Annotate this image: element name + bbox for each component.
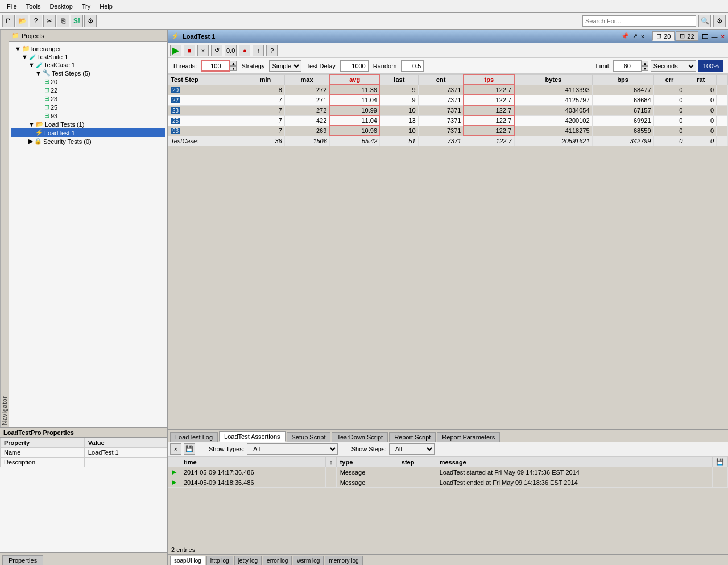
limit-up[interactable]: ▲ xyxy=(642,61,648,66)
tree-label: Load Tests (1) xyxy=(45,121,85,128)
bottom-tab-soapui[interactable]: soapUI log xyxy=(170,556,205,565)
log-col-sort[interactable]: ↕ xyxy=(326,457,337,467)
menu-help[interactable]: Help xyxy=(95,2,117,11)
limit-unit-select[interactable]: Seconds Minutes Hours xyxy=(651,60,696,72)
prop-name-value[interactable]: LoadTest 1 xyxy=(84,448,167,458)
menu-tools[interactable]: Tools xyxy=(22,2,46,11)
search-input[interactable] xyxy=(582,15,696,27)
log-clear[interactable]: × xyxy=(170,443,181,455)
delay-input[interactable] xyxy=(340,60,369,72)
cell-bytes: 4034054 xyxy=(514,105,592,115)
refresh-button[interactable]: ↺ xyxy=(211,45,222,56)
search-options[interactable]: ⚙ xyxy=(713,15,726,27)
window-tab-22[interactable]: ⊞ 22 xyxy=(676,31,698,41)
cell-cnt: 7371 xyxy=(418,126,464,136)
close-icon[interactable]: × xyxy=(641,33,644,40)
prop-desc-value[interactable] xyxy=(84,458,167,467)
tree-step93[interactable]: ⊞ 93 xyxy=(11,111,165,120)
log-tab-log[interactable]: LoadTest Log xyxy=(170,432,218,442)
log-col-save[interactable]: 💾 xyxy=(713,457,728,467)
bottom-tab-memory[interactable]: memory log xyxy=(325,556,362,565)
threads-input[interactable] xyxy=(201,60,230,72)
random-input[interactable] xyxy=(401,60,424,72)
table-row: 20 8 272 11.36 9 7371 122.7 4113393 6847… xyxy=(168,85,728,95)
threads-up[interactable]: ▲ xyxy=(230,61,237,66)
log-extra xyxy=(713,467,728,477)
tree-testcase1[interactable]: ▼ 🧪 TestCase 1 xyxy=(11,61,165,69)
threads-down[interactable]: ▼ xyxy=(230,66,237,71)
tree-step20[interactable]: ⊞ 20 xyxy=(11,77,165,86)
tree-testsuite1[interactable]: ▼ 🧪 TestSuite 1 xyxy=(11,53,165,61)
window-tab-20[interactable]: ⊞ 20 xyxy=(652,31,675,41)
toolbar-help[interactable]: ? xyxy=(30,15,42,27)
tree-step22[interactable]: ⊞ 22 xyxy=(11,86,165,94)
log-table-container[interactable]: time ↕ type step message 💾 ▶ 20 xyxy=(168,456,728,545)
log-step xyxy=(398,477,436,488)
data-table-container[interactable]: Test Step min max avg last cnt tps bytes… xyxy=(168,74,728,429)
limit-down[interactable]: ▼ xyxy=(642,66,648,71)
bottom-tab-error[interactable]: error log xyxy=(263,556,292,565)
reset-button[interactable]: × xyxy=(197,45,209,56)
search-button[interactable]: 🔍 xyxy=(698,15,711,27)
play-button[interactable]: ▶ xyxy=(170,45,181,56)
tree-step23[interactable]: ⊞ 23 xyxy=(11,94,165,103)
window-close-icon[interactable]: × xyxy=(721,33,725,40)
cell-extra xyxy=(717,95,728,105)
maximize-icon[interactable]: 🗖 xyxy=(702,33,708,40)
toolbar-open[interactable]: 📂 xyxy=(16,15,28,27)
float-icon[interactable]: ↗ xyxy=(632,32,638,40)
log-row: ▶ 2014-05-09 14:18:36.486 Message LoadTe… xyxy=(168,477,728,488)
tree-loadtests[interactable]: ▼ 📂 Load Tests (1) xyxy=(11,120,165,128)
log-tab-assertions[interactable]: LoadTest Assertions xyxy=(219,431,285,442)
tree-securitytests[interactable]: ▶ 🔒 Security Tests (0) xyxy=(11,137,165,146)
log-tab-teardown[interactable]: TearDown Script xyxy=(332,432,388,442)
limit-input[interactable] xyxy=(613,60,642,72)
limit-spinner: ▲ ▼ xyxy=(642,61,648,71)
pin-icon[interactable]: 📌 xyxy=(621,32,629,40)
toolbar-copy[interactable]: ⎘ xyxy=(57,15,69,27)
log-panel: LoadTest Log LoadTest Assertions Setup S… xyxy=(168,429,728,554)
help-loadtest[interactable]: ? xyxy=(266,45,278,56)
col-cnt: cnt xyxy=(418,74,464,85)
menu-file[interactable]: File xyxy=(2,2,22,11)
log-export[interactable]: 💾 xyxy=(184,443,195,455)
tree-loneranger[interactable]: ▼ 📁 loneranger xyxy=(11,44,165,53)
expand-icon: ▼ xyxy=(35,70,42,77)
export-button[interactable]: ↑ xyxy=(253,45,264,56)
log-col-step: step xyxy=(398,457,436,467)
bottom-tab-wsrm[interactable]: wsrm log xyxy=(293,556,324,565)
cell-name: 93 xyxy=(168,126,246,136)
log-tab-params[interactable]: Report Parameters xyxy=(437,432,500,442)
show-types-label: Show Types: xyxy=(209,446,245,452)
log-message: LoadTest started at Fri May 09 14:17:36 … xyxy=(436,467,712,477)
steps-icon: 🔧 xyxy=(43,69,51,77)
cell-avg: 11.04 xyxy=(329,95,380,105)
show-types-select[interactable]: - All - xyxy=(247,443,338,455)
log-tab-setup[interactable]: Setup Script xyxy=(287,432,331,442)
counter-button[interactable]: 0.0 xyxy=(225,45,237,56)
strategy-select[interactable]: Simple Burst Thread xyxy=(269,60,301,72)
toolbar-new[interactable]: 🗋 xyxy=(2,15,15,27)
cell-name: 23 xyxy=(168,105,246,115)
menu-try[interactable]: Try xyxy=(77,2,95,11)
record-button[interactable]: ● xyxy=(239,45,250,56)
expand-icon: ▼ xyxy=(15,45,21,52)
show-steps-select[interactable]: - All - xyxy=(389,443,435,455)
tree-teststeps[interactable]: ▼ 🔧 Test Steps (5) xyxy=(11,69,165,77)
tree-loadtest1[interactable]: ⚡ LoadTest 1 xyxy=(11,128,165,137)
bottom-tab-jetty[interactable]: jetty log xyxy=(234,556,262,565)
toolbar-pref[interactable]: ⚙ xyxy=(84,15,97,27)
menu-desktop[interactable]: Desktop xyxy=(45,2,77,11)
toolbar-soapui[interactable]: S! xyxy=(71,15,83,27)
cell-total-tps: 122.7 xyxy=(464,136,514,146)
log-tab-report[interactable]: Report Script xyxy=(389,432,436,442)
toolbar-cut[interactable]: ✂ xyxy=(43,15,56,27)
properties-tab[interactable]: Properties xyxy=(2,555,43,565)
tree-step25[interactable]: ⊞ 25 xyxy=(11,103,165,111)
bottom-tab-http[interactable]: http log xyxy=(206,556,233,565)
minimize-icon[interactable]: — xyxy=(712,33,718,40)
tab-label: 20 xyxy=(664,33,671,40)
loadtest-icon-title: ⚡ xyxy=(171,32,179,40)
tree-label: 25 xyxy=(51,104,57,111)
stop-button[interactable]: ■ xyxy=(184,45,195,56)
